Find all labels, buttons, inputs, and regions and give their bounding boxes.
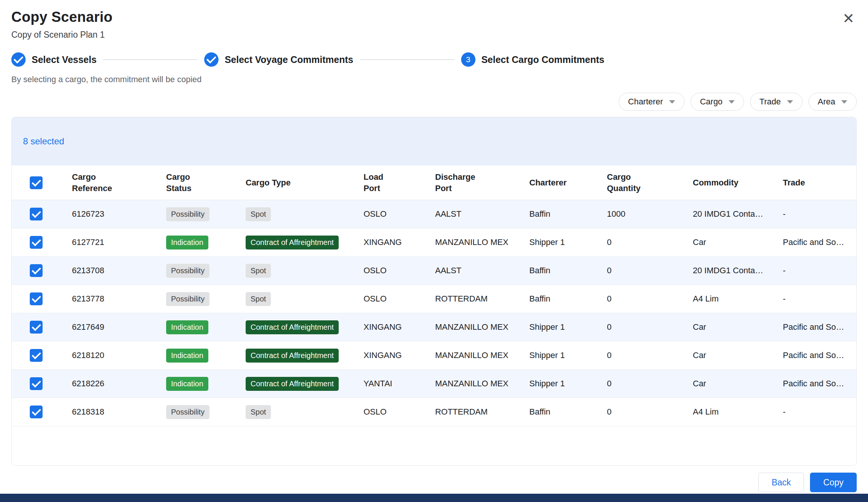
column-header-charterer: Charterer <box>518 177 596 188</box>
table-row[interactable]: 6126723 Possibility Spot OSLO AALST Baff… <box>12 200 856 228</box>
cargo-reference-cell: 6218318 <box>61 407 155 417</box>
filters-row: Charterer Cargo Trade Area <box>11 93 857 111</box>
load-port-cell: XINGANG <box>352 322 424 332</box>
cargo-status-badge: Possibility <box>166 292 209 306</box>
table-row[interactable]: 6217649 Indication Contract of Affreight… <box>12 313 856 341</box>
discharge-port-cell: MANZANILLO MEX <box>424 350 518 360</box>
cargo-type-cell: Contract of Affreightment <box>234 320 352 334</box>
dialog-subtitle: Copy of Scenario Plan 1 <box>11 30 113 40</box>
commodity-cell: Car <box>682 379 772 389</box>
filter-label: Area <box>818 97 835 107</box>
cargo-status-cell: Possibility <box>155 207 234 221</box>
row-select-cell <box>12 377 61 390</box>
table-row[interactable]: 6213778 Possibility Spot OSLO ROTTERDAM … <box>12 285 856 313</box>
column-header-cargo-quantity: CargoQuantity <box>596 171 682 193</box>
cargo-reference-cell: 6213778 <box>61 294 155 304</box>
table-row[interactable]: 6218226 Indication Contract of Affreight… <box>12 370 856 398</box>
column-header-cargo-type: Cargo Type <box>234 177 352 188</box>
cargo-quantity-cell: 0 <box>596 294 682 304</box>
cargo-reference-cell: 6217649 <box>61 322 155 332</box>
cargo-status-badge: Possibility <box>166 405 209 419</box>
commodity-cell: Car <box>682 322 772 332</box>
table-header-row: CargoReference CargoStatus Cargo Type Lo… <box>12 165 856 200</box>
select-all-checkbox[interactable] <box>30 176 43 189</box>
column-header-discharge-port: DischargePort <box>424 171 518 193</box>
row-checkbox[interactable] <box>30 406 43 418</box>
cargo-status-cell: Possibility <box>155 292 234 306</box>
row-select-cell <box>12 236 61 249</box>
cargo-status-cell: Indication <box>155 377 234 391</box>
row-checkbox[interactable] <box>30 264 43 277</box>
table-row[interactable]: 6127721 Indication Contract of Affreight… <box>12 228 856 257</box>
step-select-cargo-commitments[interactable]: 3 Select Cargo Commitments <box>461 52 604 67</box>
selected-count: 8 selected <box>23 136 64 147</box>
row-checkbox[interactable] <box>30 236 43 249</box>
step-select-voyage-commitments[interactable]: Select Voyage Commitments <box>204 52 353 67</box>
charterer-cell: Baffin <box>518 407 596 417</box>
filter-cargo-dropdown[interactable]: Cargo <box>691 93 744 111</box>
table-row[interactable]: 6218318 Possibility Spot OSLO ROTTERDAM … <box>12 398 856 426</box>
back-button[interactable]: Back <box>758 473 804 492</box>
cargo-type-cell: Spot <box>234 292 352 306</box>
cargo-quantity-cell: 1000 <box>596 209 682 219</box>
step-connector <box>360 59 454 60</box>
row-checkbox[interactable] <box>30 292 43 305</box>
filter-charterer-dropdown[interactable]: Charterer <box>619 93 685 111</box>
cargo-type-cell: Contract of Affreightment <box>234 236 352 249</box>
commodity-cell: 20 IMDG1 Conta… <box>682 266 772 275</box>
discharge-port-cell: AALST <box>424 266 518 275</box>
trade-cell: - <box>772 294 856 304</box>
step-connector <box>103 59 197 60</box>
step-select-vessels[interactable]: Select Vessels <box>11 52 96 67</box>
copy-button[interactable]: Copy <box>810 473 857 492</box>
cargo-type-badge: Spot <box>246 264 271 278</box>
cargo-status-cell: Possibility <box>155 264 234 278</box>
cargo-type-badge: Contract of Affreightment <box>246 377 339 391</box>
table-row[interactable]: 6213708 Possibility Spot OSLO AALST Baff… <box>12 257 856 285</box>
load-port-cell: OSLO <box>352 407 424 417</box>
commodity-cell: Car <box>682 350 772 360</box>
row-checkbox[interactable] <box>30 321 43 334</box>
cargo-reference-cell: 6127721 <box>61 237 155 247</box>
cargo-type-badge: Contract of Affreightment <box>246 320 339 334</box>
cargo-type-cell: Spot <box>234 405 352 419</box>
step-label: Select Voyage Commitments <box>225 54 353 65</box>
row-select-cell <box>12 208 61 220</box>
chevron-down-icon <box>787 100 793 104</box>
trade-cell: Pacific and So… <box>772 322 856 332</box>
cargo-quantity-cell: 0 <box>596 237 682 247</box>
commodity-cell: A4 Lim <box>682 407 772 417</box>
step-complete-check-icon <box>204 52 219 67</box>
trade-cell: - <box>772 407 856 417</box>
helper-text: By selecting a cargo, the commitment wil… <box>11 75 857 84</box>
row-checkbox[interactable] <box>30 208 43 220</box>
copy-scenario-dialog: Copy Scenario Copy of Scenario Plan 1 ✕ … <box>0 0 868 492</box>
step-label: Select Cargo Commitments <box>481 54 604 65</box>
table-row[interactable]: 6218120 Indication Contract of Affreight… <box>12 341 856 370</box>
load-port-cell: YANTAI <box>352 379 424 389</box>
commodity-cell: 20 IMDG1 Conta… <box>682 209 772 219</box>
row-checkbox[interactable] <box>30 377 43 390</box>
column-header-load-port: LoadPort <box>352 171 424 193</box>
step-label: Select Vessels <box>32 54 96 65</box>
cargo-status-cell: Indication <box>155 349 234 363</box>
trade-cell: Pacific and So… <box>772 237 856 247</box>
discharge-port-cell: ROTTERDAM <box>424 294 518 304</box>
selection-summary-bar: 8 selected <box>12 117 856 165</box>
charterer-cell: Shipper 1 <box>518 379 596 389</box>
load-port-cell: OSLO <box>352 294 424 304</box>
row-checkbox[interactable] <box>30 349 43 362</box>
filter-label: Charterer <box>628 97 663 107</box>
cargo-type-badge: Contract of Affreightment <box>246 349 339 363</box>
row-select-cell <box>12 292 61 305</box>
cargo-type-badge: Spot <box>246 292 271 306</box>
cargo-status-cell: Possibility <box>155 405 234 419</box>
close-button[interactable]: ✕ <box>840 9 857 28</box>
cargo-quantity-cell: 0 <box>596 266 682 275</box>
load-port-cell: XINGANG <box>352 350 424 360</box>
trade-cell: Pacific and So… <box>772 379 856 389</box>
filter-area-dropdown[interactable]: Area <box>808 93 857 111</box>
filter-label: Cargo <box>700 97 723 107</box>
row-select-cell <box>12 406 61 418</box>
filter-trade-dropdown[interactable]: Trade <box>750 93 802 111</box>
